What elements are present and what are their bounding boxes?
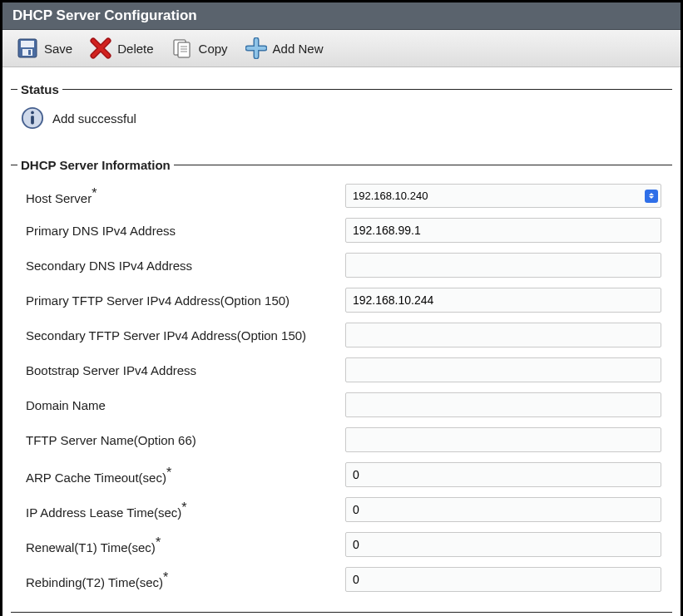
svg-rect-1 bbox=[21, 41, 34, 47]
delete-button[interactable]: Delete bbox=[82, 33, 160, 63]
svg-rect-3 bbox=[28, 50, 31, 55]
status-panel: Status Add successful bbox=[11, 82, 672, 143]
form-row-lease_time: IP Address Lease Time(sec)* bbox=[17, 492, 666, 527]
lease_time-control bbox=[345, 497, 662, 522]
secondary_dns-label: Secondary DNS IPv4 Address bbox=[21, 259, 345, 273]
toolbar: Save Delete Copy bbox=[2, 30, 681, 67]
required-mark: * bbox=[166, 466, 171, 480]
required-mark: * bbox=[156, 535, 161, 549]
primary_tftp-label: Primary TFTP Server IPv4 Address(Option … bbox=[21, 293, 345, 308]
copy-button[interactable]: Copy bbox=[164, 33, 235, 63]
form-row-domain_name: Domain Name bbox=[17, 387, 666, 422]
form-row-tftp_name: TFTP Server Name(Option 66) bbox=[17, 422, 666, 457]
arp_timeout-input[interactable] bbox=[345, 462, 661, 487]
lease_time-label: IP Address Lease Time(sec)* bbox=[21, 500, 345, 520]
add-new-button-label: Add New bbox=[273, 42, 324, 56]
renewal_t1-input[interactable] bbox=[345, 532, 661, 557]
bootstrap-input[interactable] bbox=[345, 357, 661, 382]
copy-icon bbox=[171, 37, 194, 60]
rebinding_t2-input[interactable] bbox=[345, 567, 661, 592]
plus-icon bbox=[245, 37, 268, 60]
primary_tftp-input[interactable] bbox=[345, 288, 661, 313]
chevron-updown-icon[interactable] bbox=[645, 190, 658, 203]
form-row-secondary_tftp: Secondary TFTP Server IPv4 Address(Optio… bbox=[17, 318, 666, 352]
secondary_tftp-input[interactable] bbox=[345, 323, 661, 347]
host_server-control bbox=[345, 184, 662, 208]
required-mark: * bbox=[181, 500, 186, 515]
dhcp-info-panel: DHCP Server Information Host Server*Prim… bbox=[11, 158, 672, 613]
host_server-input[interactable] bbox=[345, 184, 661, 208]
lease_time-input[interactable] bbox=[345, 497, 661, 522]
domain_name-label: Domain Name bbox=[21, 398, 345, 412]
form-row-rebinding_t2: Rebinding(T2) Time(sec)* bbox=[17, 562, 666, 597]
delete-button-label: Delete bbox=[117, 42, 153, 56]
rebinding_t2-label: Rebinding(T2) Time(sec)* bbox=[21, 570, 345, 589]
renewal_t1-label: Renewal(T1) Time(sec)* bbox=[21, 535, 345, 554]
form-row-host_server: Host Server* bbox=[17, 179, 666, 213]
form-row-arp_timeout: ARP Cache Timeout(sec)* bbox=[17, 457, 666, 492]
bootstrap-control bbox=[345, 357, 662, 382]
status-legend: Status bbox=[17, 82, 62, 96]
copy-button-label: Copy bbox=[199, 42, 228, 56]
form-row-primary_dns: Primary DNS IPv4 Address bbox=[17, 213, 666, 248]
secondary_tftp-control bbox=[345, 323, 662, 347]
tftp_name-control bbox=[345, 427, 662, 452]
secondary_dns-input[interactable] bbox=[345, 253, 661, 278]
svg-point-7 bbox=[31, 111, 34, 115]
form-row-bootstrap: Bootstrap Server IPv4 Address bbox=[17, 352, 666, 387]
bootstrap-label: Bootstrap Server IPv4 Address bbox=[21, 363, 345, 377]
domain_name-input[interactable] bbox=[345, 392, 661, 417]
host_server-label: Host Server* bbox=[21, 186, 345, 205]
rebinding_t2-control bbox=[345, 567, 662, 592]
form-rows-container: Host Server*Primary DNS IPv4 AddressSeco… bbox=[17, 179, 666, 597]
dhcp-info-legend: DHCP Server Information bbox=[17, 158, 174, 172]
tftp_name-input[interactable] bbox=[345, 427, 661, 452]
save-button-label: Save bbox=[44, 42, 72, 56]
svg-rect-5 bbox=[178, 42, 190, 57]
tftp_name-label: TFTP Server Name(Option 66) bbox=[21, 433, 345, 447]
form-row-secondary_dns: Secondary DNS IPv4 Address bbox=[17, 248, 666, 283]
required-mark: * bbox=[92, 186, 97, 200]
primary_tftp-control bbox=[345, 288, 662, 313]
svg-rect-8 bbox=[31, 116, 34, 124]
host_server-select[interactable] bbox=[345, 184, 661, 208]
secondary_tftp-label: Secondary TFTP Server IPv4 Address(Optio… bbox=[21, 328, 345, 342]
status-message: Add successful bbox=[52, 111, 136, 126]
primary_dns-input[interactable] bbox=[345, 218, 661, 243]
renewal_t1-control bbox=[345, 532, 662, 557]
save-icon bbox=[16, 37, 39, 60]
info-icon bbox=[21, 106, 44, 130]
page-title: DHCP Server Configuration bbox=[2, 2, 681, 30]
form-row-renewal_t1: Renewal(T1) Time(sec)* bbox=[17, 527, 666, 562]
arp_timeout-control bbox=[345, 462, 662, 487]
save-button[interactable]: Save bbox=[9, 33, 79, 63]
window-frame: DHCP Server Configuration Save Delet bbox=[0, 0, 683, 616]
required-mark: * bbox=[163, 570, 168, 584]
primary_dns-control bbox=[345, 218, 662, 243]
form-row-primary_tftp: Primary TFTP Server IPv4 Address(Option … bbox=[17, 283, 666, 318]
arp_timeout-label: ARP Cache Timeout(sec)* bbox=[21, 466, 345, 485]
primary_dns-label: Primary DNS IPv4 Address bbox=[21, 224, 345, 238]
domain_name-control bbox=[345, 392, 662, 417]
secondary_dns-control bbox=[345, 253, 662, 278]
delete-icon bbox=[89, 37, 112, 60]
svg-rect-2 bbox=[22, 49, 32, 56]
add-new-button[interactable]: Add New bbox=[238, 33, 330, 63]
